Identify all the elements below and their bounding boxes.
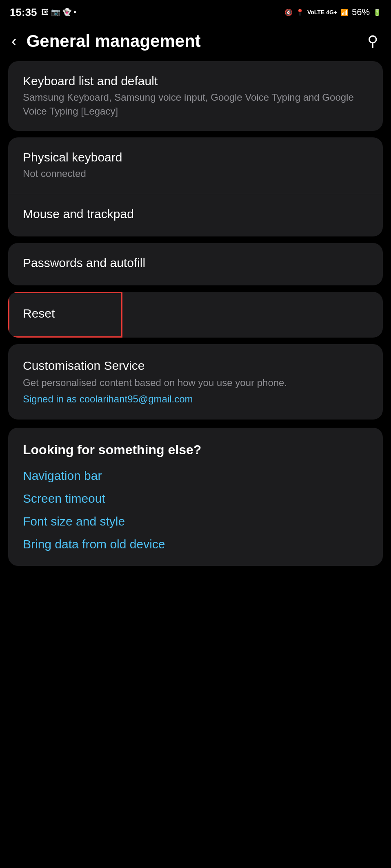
status-bar-left: 15:35 🖼 📷 👻 • <box>10 6 76 19</box>
reset-item[interactable]: Reset <box>8 292 383 338</box>
customisation-title: Customisation Service <box>23 359 368 373</box>
main-content: Keyboard list and default Samsung Keyboa… <box>0 61 391 566</box>
status-icons: 🖼 📷 👻 • <box>41 8 76 17</box>
mouse-trackpad-item[interactable]: Mouse and trackpad <box>8 194 383 236</box>
instagram-icon: 📷 <box>51 8 60 17</box>
page-title: General management <box>27 31 201 51</box>
customisation-card[interactable]: Customisation Service Get personalised c… <box>8 344 383 420</box>
snapchat-icon: 👻 <box>62 8 71 17</box>
font-size-style-link[interactable]: Font size and style <box>23 515 368 528</box>
keyboard-list-title: Keyboard list and default <box>23 74 368 88</box>
passwords-item[interactable]: Passwords and autofill <box>8 243 383 285</box>
physical-keyboard-item[interactable]: Physical keyboard Not connected <box>8 137 383 194</box>
screen-timeout-link[interactable]: Screen timeout <box>23 492 368 506</box>
looking-for-title: Looking for something else? <box>23 442 368 457</box>
keyboard-list-card[interactable]: Keyboard list and default Samsung Keyboa… <box>8 61 383 131</box>
status-time: 15:35 <box>10 6 37 19</box>
passwords-title: Passwords and autofill <box>23 256 368 270</box>
keyboard-list-subtitle: Samsung Keyboard, Samsung voice input, G… <box>23 91 368 118</box>
volte-icon: VoLTE 4G+ <box>307 9 337 15</box>
mouse-trackpad-title: Mouse and trackpad <box>23 207 368 221</box>
reset-card[interactable]: Reset <box>8 292 383 338</box>
mute-icon: 🔇 <box>284 9 293 16</box>
search-button[interactable]: ⚲ <box>366 31 380 51</box>
customisation-email: Signed in as coolarihant95@gmail.com <box>23 393 368 405</box>
passwords-card[interactable]: Passwords and autofill <box>8 243 383 285</box>
reset-title: Reset <box>23 307 368 320</box>
customisation-description: Get personalised content based on how yo… <box>23 376 368 390</box>
looking-for-section: Looking for something else? Navigation b… <box>8 428 383 566</box>
signal-bars-icon: 📶 <box>340 9 349 16</box>
battery-icon: 🔋 <box>373 9 381 16</box>
location-icon: 📍 <box>296 9 304 16</box>
status-bar-right: 🔇 📍 VoLTE 4G+ 📶 56% 🔋 <box>284 7 381 18</box>
physical-keyboard-subtitle: Not connected <box>23 167 368 181</box>
header: ‹ General management ⚲ <box>0 23 391 61</box>
physical-keyboard-title: Physical keyboard <box>23 150 368 164</box>
input-devices-card: Physical keyboard Not connected Mouse an… <box>8 137 383 236</box>
back-button[interactable]: ‹ <box>8 32 20 51</box>
battery-level: 56% <box>352 7 370 18</box>
gallery-icon: 🖼 <box>41 8 49 17</box>
status-bar: 15:35 🖼 📷 👻 • 🔇 📍 VoLTE 4G+ 📶 56% 🔋 <box>0 0 391 23</box>
search-icon: ⚲ <box>367 33 378 49</box>
back-icon: ‹ <box>11 33 17 50</box>
navigation-bar-link[interactable]: Navigation bar <box>23 469 368 483</box>
header-left: ‹ General management <box>8 31 201 51</box>
keyboard-list-item[interactable]: Keyboard list and default Samsung Keyboa… <box>8 61 383 131</box>
bring-data-link[interactable]: Bring data from old device <box>23 537 368 551</box>
dot-icon: • <box>74 8 76 17</box>
